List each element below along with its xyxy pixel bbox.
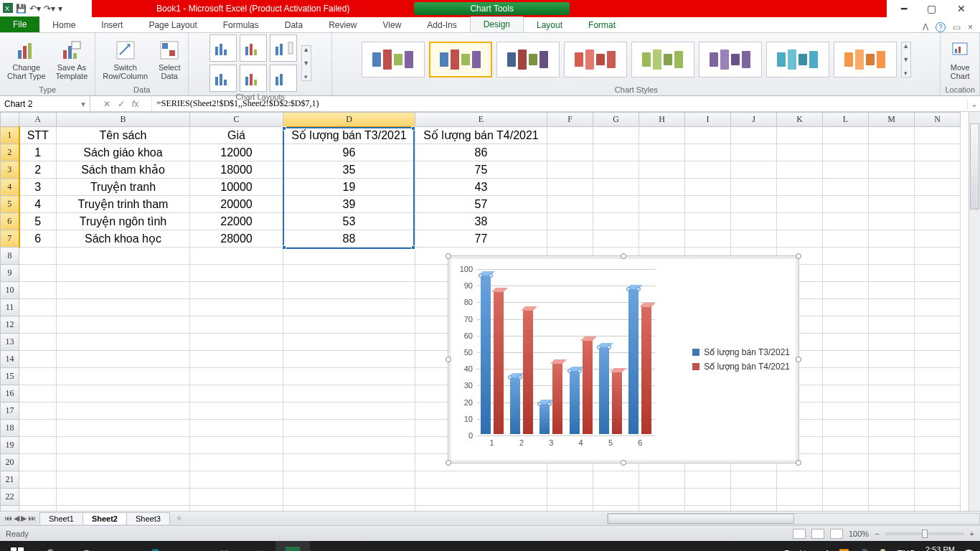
col-header[interactable]: B (57, 113, 190, 127)
chart-bar[interactable] (540, 402, 550, 434)
col-header[interactable]: I (685, 113, 731, 127)
col-header[interactable]: A (19, 113, 57, 127)
row-header[interactable]: 3 (1, 161, 19, 179)
switch-row-column-button[interactable]: Switch Row/Column (100, 37, 151, 82)
teams-icon[interactable]: 👥 (241, 541, 275, 551)
col-header[interactable]: L (823, 113, 869, 127)
layout-thumb[interactable] (270, 34, 297, 62)
tab-design[interactable]: Design (470, 17, 524, 32)
cell[interactable]: 22000 (190, 213, 283, 230)
sheet-tab[interactable]: Sheet3 (126, 512, 170, 524)
view-page-layout-icon[interactable] (811, 529, 824, 539)
col-header[interactable]: F (547, 113, 593, 127)
help-icon[interactable]: ? (936, 22, 946, 32)
cell[interactable]: 2 (19, 161, 57, 179)
tab-nav-next-icon[interactable]: ▶ (21, 514, 27, 523)
change-chart-type-button[interactable]: Change Chart Type (4, 37, 49, 82)
tab-data[interactable]: Data (272, 18, 316, 32)
row-header[interactable]: 1 (1, 127, 19, 144)
namebox-dropdown-icon[interactable]: ▾ (81, 99, 85, 109)
sheet-tab[interactable]: Sheet1 (39, 512, 83, 524)
chart-bar[interactable] (628, 288, 639, 434)
cell[interactable]: 57 (415, 196, 547, 213)
row-header[interactable]: 21 (1, 471, 19, 489)
view-page-break-icon[interactable] (830, 529, 843, 539)
layout-thumb[interactable] (209, 65, 237, 92)
style-thumb[interactable] (766, 42, 829, 77)
col-header[interactable]: K (777, 113, 823, 127)
chart-layouts-gallery[interactable] (209, 34, 297, 92)
style-thumb[interactable] (564, 42, 627, 77)
cell[interactable]: 86 (415, 144, 547, 161)
layout-thumb[interactable] (240, 65, 267, 92)
tab-insert[interactable]: Insert (88, 18, 136, 32)
style-thumb-selected[interactable] (429, 42, 492, 77)
scrollbar-thumb[interactable] (970, 123, 979, 209)
row-header[interactable]: 18 (1, 420, 19, 437)
close-icon[interactable]: ✕ (957, 3, 966, 14)
chart-bar[interactable] (481, 274, 491, 434)
select-data-button[interactable]: Select Data (155, 37, 184, 82)
chart-bar[interactable] (612, 371, 622, 434)
row-header[interactable]: 7 (1, 230, 19, 248)
row-header[interactable]: 6 (1, 213, 19, 230)
tray-clock[interactable]: 2:53 PM 5/5/2021 (924, 545, 955, 551)
cell[interactable]: 38 (415, 213, 547, 230)
cell[interactable]: 77 (415, 230, 547, 248)
vertical-scrollbar[interactable] (969, 112, 980, 511)
cell[interactable]: 28000 (190, 230, 283, 248)
save-as-template-button[interactable]: Save As Template (53, 37, 91, 82)
enter-formula-icon[interactable]: ✓ (118, 99, 125, 109)
chart-plot-area[interactable]: 0102030405060708090100 123456 (477, 269, 655, 434)
cell[interactable]: 12000 (190, 144, 283, 161)
tab-view[interactable]: View (370, 18, 415, 32)
file-explorer-icon[interactable]: 📁 (207, 541, 241, 551)
row-header[interactable]: 2 (1, 144, 19, 161)
layout-thumb[interactable] (240, 34, 267, 62)
cell[interactable]: 43 (415, 179, 547, 196)
search-icon[interactable]: 🔍 (34, 541, 69, 551)
tab-home[interactable]: Home (39, 18, 88, 32)
tab-nav-last-icon[interactable]: ⏭ (28, 514, 36, 523)
undo-icon[interactable]: ↶▾ (29, 4, 41, 14)
tab-addins[interactable]: Add-Ins (414, 18, 469, 32)
style-thumb[interactable] (631, 42, 694, 77)
row-header[interactable]: 15 (1, 368, 19, 385)
cell[interactable]: 5 (19, 213, 57, 230)
row-header[interactable]: 8 (1, 248, 19, 265)
move-chart-button[interactable]: Move Chart (946, 37, 974, 82)
style-thumb[interactable] (834, 42, 897, 77)
col-header[interactable]: J (731, 113, 777, 127)
style-thumb[interactable] (699, 42, 762, 77)
view-normal-icon[interactable] (793, 529, 806, 539)
col-header[interactable]: G (593, 113, 639, 127)
col-header[interactable]: N (915, 113, 961, 127)
cortana-icon[interactable]: ◯ (69, 541, 103, 551)
col-header[interactable]: C (190, 113, 283, 127)
cell[interactable]: 18000 (190, 161, 283, 179)
embedded-chart[interactable]: 0102030405060708090100 123456 Số lượng b… (448, 255, 799, 463)
chart-bar[interactable] (552, 362, 562, 434)
chart-legend[interactable]: Số lượng bán T3/2021 Số lượng bán T4/202… (692, 343, 790, 376)
new-sheet-icon[interactable]: ✧ (170, 514, 188, 523)
cell[interactable]: 3 (19, 179, 57, 196)
cancel-formula-icon[interactable]: ✕ (103, 99, 110, 109)
excel-taskbar-icon[interactable]: X (275, 541, 310, 551)
tab-review[interactable]: Review (316, 18, 369, 32)
tab-page-layout[interactable]: Page Layout (136, 18, 209, 32)
start-button[interactable] (0, 541, 34, 551)
cell[interactable]: 88 (283, 230, 415, 248)
qat-dropdown-icon[interactable]: ▾ (58, 4, 62, 14)
column-headers[interactable]: A B C D E F G H I J K L M N (1, 113, 961, 127)
chart-styles-gallery[interactable]: ▲▼▾ (359, 34, 914, 85)
row-header[interactable]: 20 (1, 454, 19, 471)
horizontal-scrollbar[interactable] (607, 513, 980, 524)
scrollbar-thumb[interactable] (608, 514, 794, 524)
name-box[interactable]: Chart 2▾ (0, 96, 90, 111)
zoom-in-icon[interactable]: + (970, 529, 974, 538)
row-header[interactable]: 19 (1, 437, 19, 454)
row-header[interactable]: 16 (1, 385, 19, 402)
cell[interactable]: 4 (19, 196, 57, 213)
sheet-tab-active[interactable]: Sheet2 (83, 512, 127, 524)
chart-bar[interactable] (641, 306, 651, 434)
